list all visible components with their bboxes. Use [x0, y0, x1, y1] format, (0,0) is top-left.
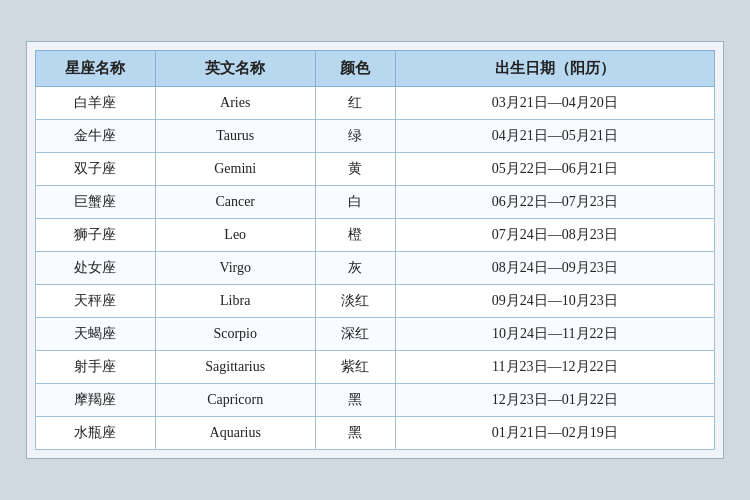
cell-english: Aquarius	[155, 417, 315, 450]
cell-chinese: 天蝎座	[36, 318, 156, 351]
table-row: 射手座Sagittarius紫红11月23日—12月22日	[36, 351, 715, 384]
cell-chinese: 白羊座	[36, 87, 156, 120]
cell-english: Gemini	[155, 153, 315, 186]
cell-english: Libra	[155, 285, 315, 318]
table-row: 水瓶座Aquarius黑01月21日—02月19日	[36, 417, 715, 450]
cell-chinese: 金牛座	[36, 120, 156, 153]
cell-english: Capricorn	[155, 384, 315, 417]
cell-color: 黄	[315, 153, 395, 186]
table-row: 天秤座Libra淡红09月24日—10月23日	[36, 285, 715, 318]
cell-chinese: 摩羯座	[36, 384, 156, 417]
cell-date: 01月21日—02月19日	[395, 417, 714, 450]
cell-color: 橙	[315, 219, 395, 252]
cell-date: 12月23日—01月22日	[395, 384, 714, 417]
cell-color: 紫红	[315, 351, 395, 384]
cell-chinese: 处女座	[36, 252, 156, 285]
cell-date: 06月22日—07月23日	[395, 186, 714, 219]
cell-color: 黑	[315, 384, 395, 417]
cell-english: Leo	[155, 219, 315, 252]
header-color: 颜色	[315, 51, 395, 87]
cell-date: 07月24日—08月23日	[395, 219, 714, 252]
header-english: 英文名称	[155, 51, 315, 87]
cell-english: Cancer	[155, 186, 315, 219]
header-date: 出生日期（阳历）	[395, 51, 714, 87]
cell-chinese: 射手座	[36, 351, 156, 384]
cell-english: Aries	[155, 87, 315, 120]
table-row: 双子座Gemini黄05月22日—06月21日	[36, 153, 715, 186]
cell-chinese: 天秤座	[36, 285, 156, 318]
table-row: 天蝎座Scorpio深红10月24日—11月22日	[36, 318, 715, 351]
table-row: 白羊座Aries红03月21日—04月20日	[36, 87, 715, 120]
cell-date: 03月21日—04月20日	[395, 87, 714, 120]
cell-english: Virgo	[155, 252, 315, 285]
cell-color: 淡红	[315, 285, 395, 318]
zodiac-table-container: 星座名称 英文名称 颜色 出生日期（阳历） 白羊座Aries红03月21日—04…	[26, 41, 724, 459]
cell-color: 红	[315, 87, 395, 120]
cell-english: Taurus	[155, 120, 315, 153]
table-row: 金牛座Taurus绿04月21日—05月21日	[36, 120, 715, 153]
cell-chinese: 双子座	[36, 153, 156, 186]
table-header-row: 星座名称 英文名称 颜色 出生日期（阳历）	[36, 51, 715, 87]
table-row: 摩羯座Capricorn黑12月23日—01月22日	[36, 384, 715, 417]
cell-chinese: 狮子座	[36, 219, 156, 252]
cell-date: 09月24日—10月23日	[395, 285, 714, 318]
cell-chinese: 水瓶座	[36, 417, 156, 450]
zodiac-table: 星座名称 英文名称 颜色 出生日期（阳历） 白羊座Aries红03月21日—04…	[35, 50, 715, 450]
cell-chinese: 巨蟹座	[36, 186, 156, 219]
cell-color: 灰	[315, 252, 395, 285]
cell-date: 08月24日—09月23日	[395, 252, 714, 285]
table-row: 巨蟹座Cancer白06月22日—07月23日	[36, 186, 715, 219]
cell-date: 05月22日—06月21日	[395, 153, 714, 186]
cell-date: 11月23日—12月22日	[395, 351, 714, 384]
cell-color: 绿	[315, 120, 395, 153]
table-row: 处女座Virgo灰08月24日—09月23日	[36, 252, 715, 285]
cell-date: 10月24日—11月22日	[395, 318, 714, 351]
cell-color: 白	[315, 186, 395, 219]
cell-english: Scorpio	[155, 318, 315, 351]
cell-english: Sagittarius	[155, 351, 315, 384]
cell-color: 深红	[315, 318, 395, 351]
table-row: 狮子座Leo橙07月24日—08月23日	[36, 219, 715, 252]
cell-color: 黑	[315, 417, 395, 450]
header-chinese: 星座名称	[36, 51, 156, 87]
cell-date: 04月21日—05月21日	[395, 120, 714, 153]
